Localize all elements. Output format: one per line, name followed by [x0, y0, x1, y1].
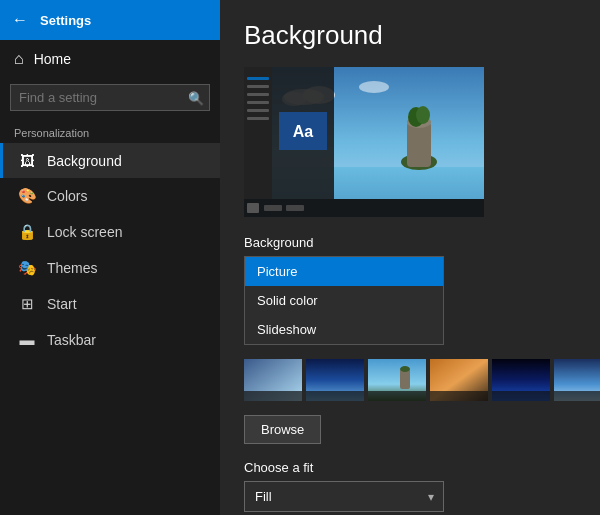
page-title: Background — [244, 20, 576, 51]
svg-rect-16 — [247, 101, 269, 104]
dropdown-menu: Picture Solid color Slideshow — [244, 256, 444, 345]
sidebar-item-start[interactable]: ⊞ Start — [0, 286, 220, 322]
svg-rect-38 — [554, 391, 600, 401]
svg-rect-17 — [247, 109, 269, 112]
fit-select[interactable]: Fill Fit Stretch Tile Center Span — [244, 481, 444, 512]
search-icon: 🔍 — [188, 90, 204, 105]
lock-screen-label: Lock screen — [47, 224, 122, 240]
background-section-header: Background — [244, 235, 576, 250]
svg-point-31 — [400, 366, 410, 372]
themes-label: Themes — [47, 260, 98, 276]
thumbnail-3[interactable] — [368, 359, 426, 401]
background-icon: 🖼 — [17, 152, 37, 169]
back-button[interactable]: ← — [12, 11, 28, 29]
svg-rect-24 — [286, 205, 304, 211]
sidebar: ← Settings ⌂ Home 🔍 Personalization 🖼 Ba… — [0, 0, 220, 515]
svg-rect-22 — [247, 203, 259, 213]
dropdown-option-slideshow[interactable]: Slideshow — [245, 315, 443, 344]
search-box: 🔍 — [10, 84, 210, 111]
svg-point-10 — [359, 81, 389, 93]
sidebar-item-lock-screen[interactable]: 🔒 Lock screen — [0, 214, 220, 250]
browse-button[interactable]: Browse — [244, 415, 321, 444]
colors-label: Colors — [47, 188, 87, 204]
svg-rect-14 — [247, 85, 269, 88]
settings-title: Settings — [40, 13, 91, 28]
background-dropdown[interactable]: Picture Solid color Slideshow — [244, 256, 576, 345]
svg-rect-13 — [247, 77, 269, 80]
sidebar-item-colors[interactable]: 🎨 Colors — [0, 178, 220, 214]
search-input[interactable] — [10, 84, 210, 111]
main-content: Background — [220, 0, 600, 515]
svg-text:Aa: Aa — [293, 123, 314, 140]
dropdown-option-solid-color[interactable]: Solid color — [245, 286, 443, 315]
svg-rect-3 — [407, 122, 431, 167]
background-label: Background — [47, 153, 122, 169]
thumbnail-6[interactable] — [554, 359, 600, 401]
sidebar-item-taskbar[interactable]: ▬ Taskbar — [0, 322, 220, 357]
lock-screen-icon: 🔒 — [17, 223, 37, 241]
themes-icon: 🎭 — [17, 259, 37, 277]
svg-rect-32 — [368, 391, 426, 401]
svg-rect-36 — [492, 391, 550, 401]
svg-rect-23 — [264, 205, 282, 211]
thumbnail-4[interactable] — [430, 359, 488, 401]
preview-svg: Aa — [244, 67, 484, 217]
home-icon: ⌂ — [14, 50, 24, 68]
fit-select-wrapper[interactable]: Fill Fit Stretch Tile Center Span ▾ — [244, 481, 444, 512]
colors-icon: 🎨 — [17, 187, 37, 205]
dropdown-option-picture[interactable]: Picture — [245, 257, 443, 286]
home-nav-item[interactable]: ⌂ Home — [0, 40, 220, 78]
background-preview: Aa — [244, 67, 484, 217]
sidebar-item-themes[interactable]: 🎭 Themes — [0, 250, 220, 286]
svg-rect-26 — [244, 391, 302, 401]
taskbar-icon: ▬ — [17, 331, 37, 348]
thumbnail-1[interactable] — [244, 359, 302, 401]
svg-point-6 — [416, 106, 430, 124]
home-label: Home — [34, 51, 71, 67]
choose-fit-label: Choose a fit — [244, 460, 576, 475]
svg-rect-34 — [430, 391, 488, 401]
start-label: Start — [47, 296, 77, 312]
sidebar-header: ← Settings — [0, 0, 220, 40]
svg-rect-15 — [247, 93, 269, 96]
thumbnail-row — [244, 359, 576, 401]
taskbar-label: Taskbar — [47, 332, 96, 348]
personalization-section-label: Personalization — [0, 117, 220, 143]
start-icon: ⊞ — [17, 295, 37, 313]
svg-rect-28 — [306, 391, 364, 401]
svg-rect-18 — [247, 117, 269, 120]
thumbnail-5[interactable] — [492, 359, 550, 401]
thumbnail-2[interactable] — [306, 359, 364, 401]
sidebar-item-background[interactable]: 🖼 Background — [0, 143, 220, 178]
